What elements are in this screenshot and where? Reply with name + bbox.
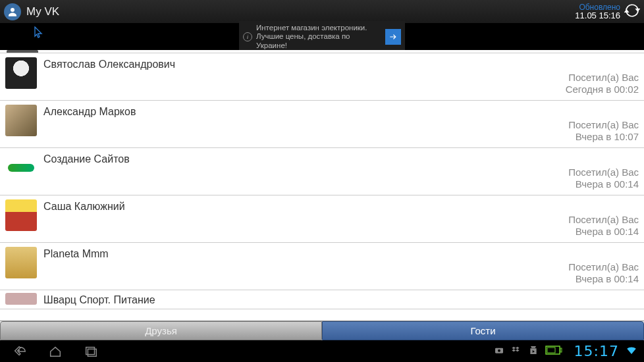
refresh-icon[interactable] (624, 3, 640, 21)
svg-rect-2 (88, 349, 96, 356)
visit-meta: Посетил(а) Вас Вчера в 00:14 (568, 167, 639, 193)
visit-meta: Посетил(а) Вас Сегодня в 00:02 (566, 72, 639, 98)
app-title: My VK (26, 5, 59, 18)
ad-text: Интернет магазин электроники. Лучшие цен… (256, 24, 381, 50)
ad-bar: i Интернет магазин электроники. Лучшие ц… (0, 24, 644, 50)
ad-unit[interactable]: i Интернет магазин электроники. Лучшие ц… (239, 21, 405, 53)
ad-info-icon[interactable]: i (243, 32, 252, 41)
bottom-tabs: Друзья Гости (0, 321, 644, 340)
play-store-icon (528, 345, 539, 358)
visitor-name: Саша Калюжний (43, 199, 568, 213)
visitor-name: Александр Марков (43, 105, 568, 118)
update-time: 11.05 15:16 (575, 11, 620, 20)
avatar[interactable] (5, 105, 37, 136)
list-item[interactable]: Шварц Спорт. Питание (0, 290, 644, 309)
avatar[interactable] (5, 57, 37, 89)
battery-icon (545, 346, 562, 357)
visit-meta: Посетил(а) Вас Вчера в 10:07 (568, 119, 639, 145)
list-item[interactable]: Александр Марков Посетил(а) Вас Вчера в … (0, 101, 644, 148)
android-navbar: 15:17 (0, 340, 644, 362)
update-status: Обновлено 11.05 15:16 (575, 3, 620, 20)
app-logo-icon[interactable] (4, 3, 21, 20)
avatar[interactable] (5, 199, 37, 231)
avatar[interactable] (5, 293, 37, 305)
svg-rect-1 (86, 347, 95, 354)
visit-meta: Посетил(а) Вас Вчера в 00:14 (568, 261, 639, 288)
svg-rect-6 (560, 348, 562, 352)
camera-icon (494, 345, 504, 358)
list-item[interactable]: Саша Калюжний Посетил(а) Вас Вчера в 00:… (0, 195, 644, 243)
back-icon[interactable] (7, 344, 33, 359)
list-item[interactable]: Создание Сайтов Посетил(а) Вас Вчера в 0… (0, 148, 644, 195)
status-tray: 15:17 (494, 343, 637, 359)
svg-rect-7 (547, 348, 555, 353)
wifi-icon (626, 344, 637, 359)
avatar[interactable] (5, 152, 37, 184)
visitor-name: Planeta Mmm (43, 247, 568, 260)
app-bar: My VK Обновлено 11.05 15:16 (0, 0, 644, 24)
dropbox-icon (511, 345, 522, 358)
list-item[interactable]: Planeta Mmm Посетил(а) Вас Вчера в 00:14 (0, 243, 644, 290)
visitors-list[interactable]: Святослав Олександрович Посетил(а) Вас С… (0, 53, 644, 321)
svg-point-0 (11, 8, 14, 12)
tab-friends[interactable]: Друзья (0, 321, 322, 340)
svg-point-4 (498, 349, 500, 351)
visit-meta: Посетил(а) Вас Вчера в 00:14 (568, 214, 639, 240)
status-clock: 15:17 (574, 343, 619, 359)
cursor-icon (34, 26, 43, 41)
avatar[interactable] (5, 247, 37, 278)
home-icon[interactable] (42, 344, 68, 359)
ad-go-icon[interactable] (385, 29, 401, 45)
list-item[interactable]: Святослав Олександрович Посетил(а) Вас С… (0, 53, 644, 101)
recent-apps-icon[interactable] (78, 344, 104, 359)
visitor-name: Создание Сайтов (43, 152, 568, 165)
visitor-name: Святослав Олександрович (43, 57, 566, 70)
tab-guests[interactable]: Гости (322, 321, 644, 340)
visitor-name: Шварц Спорт. Питание (43, 293, 639, 306)
